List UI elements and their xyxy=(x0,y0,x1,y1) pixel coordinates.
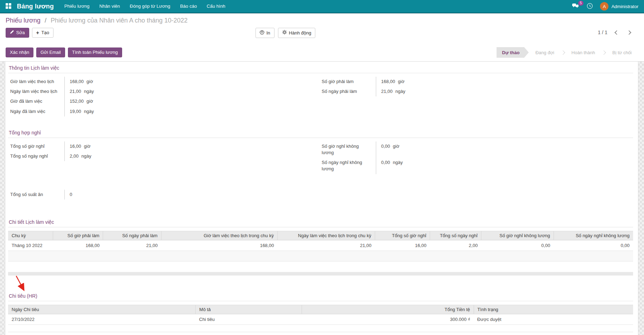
cell: 16,00 xyxy=(375,240,430,251)
messages-button[interactable]: 5 xyxy=(572,3,580,10)
apps-grid-icon xyxy=(6,3,11,10)
field-row: Giờ đã làm việc 152,00giờ xyxy=(10,96,308,106)
status-step-draft[interactable]: Dự thảo xyxy=(497,47,529,58)
red-annotation-arrow xyxy=(13,275,29,294)
top-navbar: Bảng lương Phiếu lương Nhân viên Đóng gó… xyxy=(0,0,644,13)
horizontal-scrollbar[interactable] xyxy=(8,272,633,276)
nav-menu-nhan-vien[interactable]: Nhân viên xyxy=(94,0,125,13)
field-row: Ngày đã làm việc 19,00ngày xyxy=(10,107,308,116)
breadcrumb: Phiếu lương / Phiếu lương của Nhân viên … xyxy=(6,16,638,25)
nav-menu-phieu-luong[interactable]: Phiếu lương xyxy=(59,0,94,13)
field-value: 152,00giờ xyxy=(64,96,308,106)
column-header[interactable]: Số giờ nghỉ không lương xyxy=(481,231,554,240)
breadcrumb-current: Phiếu lương của Nhân viên A cho tháng 10… xyxy=(51,17,188,24)
plus-icon: + xyxy=(36,31,39,35)
statusbar: Xác nhận Gửi Email Tính toán Phiếu lương… xyxy=(0,44,644,62)
field-value: 0,00giờ xyxy=(376,141,630,158)
pager-previous-button[interactable] xyxy=(614,30,619,35)
column-header[interactable]: Số ngày nghỉ không lương xyxy=(554,231,633,240)
column-header[interactable]: Số ngày phải làm xyxy=(103,231,161,240)
cell: 0,00 xyxy=(481,240,554,251)
avatar: A xyxy=(600,2,608,11)
column-header[interactable]: Số giờ phải làm xyxy=(53,231,103,240)
cell: 168,00 xyxy=(161,240,277,251)
status-step-waiting[interactable]: Đang đợi xyxy=(529,47,561,58)
field-label: Tổng số suất ăn xyxy=(10,190,64,200)
nav-menu-cau-hinh[interactable]: Cấu hình xyxy=(202,0,230,13)
confirm-button[interactable]: Xác nhận xyxy=(6,48,33,57)
column-header[interactable]: Chu kỳ xyxy=(8,231,53,240)
compute-payslip-button[interactable]: Tính toán Phiếu lương xyxy=(68,48,122,57)
field-value: 16,00giờ xyxy=(64,141,308,151)
messages-count-badge: 5 xyxy=(578,1,584,6)
field-value: 168,00giờ xyxy=(64,77,308,87)
app-brand[interactable]: Bảng lương xyxy=(17,3,54,10)
cell: 21,00 xyxy=(103,240,161,251)
expense-table-header-row: Ngày Chi tiêu Mô tả Tổng Tiền tệ Tình tr… xyxy=(8,305,633,314)
pager: 1 / 1 xyxy=(598,30,631,35)
nav-menu-dong-gop[interactable]: Đóng góp từ Lương xyxy=(125,0,175,13)
divider xyxy=(8,332,633,332)
activity-button[interactable] xyxy=(587,3,593,10)
field-value: 168,00giờ xyxy=(376,77,630,87)
status-steps: Dự thảo Đang đợi Hoàn thành Bị từ chối xyxy=(497,47,638,58)
field-row: Số giờ nghỉ không lương 0,00giờ xyxy=(322,141,630,158)
control-panel: Phiếu lương / Phiếu lương của Nhân viên … xyxy=(0,13,644,40)
cell: 300.000 ₫ xyxy=(302,314,474,324)
column-header[interactable]: Mô tả xyxy=(196,305,302,314)
user-menu[interactable]: A Administrator xyxy=(600,2,638,11)
field-row: Số ngày nghỉ không lương 0,00ngày xyxy=(322,158,630,174)
cell: 0,00 xyxy=(554,240,633,251)
column-header[interactable]: Tình trạng xyxy=(474,305,633,314)
pager-value[interactable]: 1 / 1 xyxy=(598,30,607,35)
field-label: Số giờ nghỉ không lương xyxy=(322,141,376,158)
table-row[interactable]: 27/10/2022 Chi tiêu 300.000 ₫ Được duyệt xyxy=(8,314,633,324)
column-header[interactable]: Tổng số giờ nghỉ xyxy=(375,231,430,240)
pager-next-button[interactable] xyxy=(627,30,631,35)
breadcrumb-separator: / xyxy=(45,17,46,24)
user-name: Administrator xyxy=(611,4,638,9)
status-step-rejected[interactable]: Bị từ chối xyxy=(606,47,638,58)
status-step-done[interactable]: Hoàn thành xyxy=(565,47,602,58)
form-sheet: Thông tin Lịch làm việc Giờ làm việc the… xyxy=(5,62,638,335)
field-label: Giờ đã làm việc xyxy=(10,96,64,106)
field-label: Số ngày phải làm xyxy=(322,87,376,96)
content-area: Thông tin Lịch làm việc Giờ làm việc the… xyxy=(0,62,644,335)
cell: 27/10/2022 xyxy=(8,314,196,324)
field-label: Số ngày nghỉ không lương xyxy=(322,158,376,174)
action-button[interactable]: Hành động xyxy=(278,28,316,38)
section-work-info: Thông tin Lịch làm việc Giờ làm việc the… xyxy=(8,62,633,116)
column-header[interactable]: Tổng số ngày nghỉ xyxy=(430,231,481,240)
nav-menu-bao-cao[interactable]: Báo cáo xyxy=(175,0,202,13)
field-row: Tổng số ngày nghỉ 2,00ngày xyxy=(10,151,308,161)
table-row[interactable]: Tháng 10 2022 168,00 21,00 168,00 21,00 … xyxy=(8,240,633,251)
apps-menu-button[interactable] xyxy=(4,3,13,10)
column-header[interactable]: Giờ làm việc theo lịch trong chu kỳ xyxy=(161,231,277,240)
field-value: 0,00ngày xyxy=(376,158,630,174)
edit-button[interactable]: Sửa xyxy=(6,28,29,38)
section-title-leave-summary: Tổng hợp nghỉ xyxy=(8,130,633,138)
column-header[interactable]: Ngày làm việc theo lịch trong chu kỳ xyxy=(277,231,375,240)
field-row: Giờ làm việc theo lịch 168,00giờ xyxy=(10,77,308,87)
field-row: Tổng số suất ăn 0 xyxy=(10,190,321,200)
field-value: 21,00ngày xyxy=(64,87,308,96)
send-email-button[interactable]: Gửi Email xyxy=(36,48,65,57)
section-title-detail: Chi tiết Lịch làm việc xyxy=(8,219,633,227)
section-leave-summary: Tổng hợp nghỉ Tổng số giờ nghỉ 16,00giờ … xyxy=(8,130,633,174)
table-empty-band xyxy=(8,251,633,261)
breadcrumb-parent-link[interactable]: Phiếu lương xyxy=(6,17,40,24)
column-header[interactable]: Tổng Tiền tệ xyxy=(302,305,474,314)
field-value: 19,00ngày xyxy=(64,107,308,116)
field-label: Giờ làm việc theo lịch xyxy=(10,77,64,87)
cell: 2,00 xyxy=(430,240,481,251)
clock-icon xyxy=(587,3,593,10)
chevron-separator-icon xyxy=(561,50,565,55)
field-row: Ngày làm việc theo lịch 21,00ngày xyxy=(10,87,308,96)
print-button[interactable]: In xyxy=(255,28,274,38)
gear-icon xyxy=(282,30,287,36)
section-meals: Tổng số suất ăn 0 xyxy=(8,190,321,200)
cell: 168,00 xyxy=(53,240,103,251)
section-title-expense: Chi tiêu (HR) xyxy=(8,293,633,301)
column-header[interactable]: Ngày Chi tiêu xyxy=(8,305,196,314)
create-button[interactable]: + Tạo xyxy=(32,28,53,38)
